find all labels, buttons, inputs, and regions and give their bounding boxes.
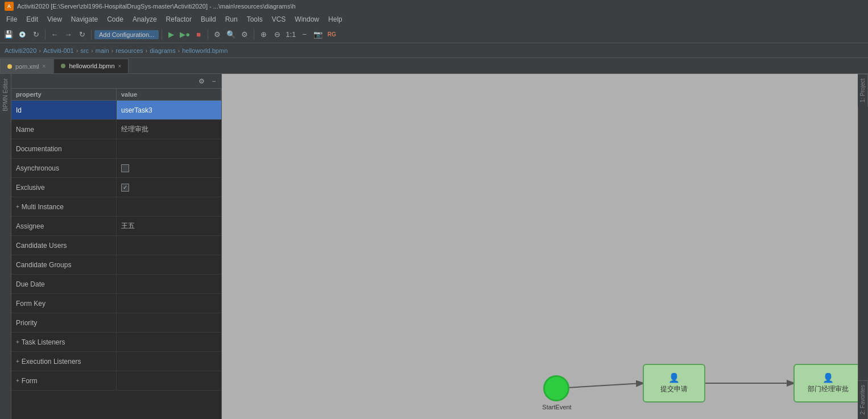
- toolbar-zoom-out-btn[interactable]: ⊖: [271, 28, 283, 41]
- bpmn-task-1[interactable]: 👤 提交申请: [643, 364, 705, 403]
- prop-row-execution-listeners[interactable]: + Execution Listeners: [11, 352, 221, 371]
- toolbar-zoom-fit-btn[interactable]: −: [298, 28, 311, 41]
- start-event[interactable]: [543, 375, 569, 401]
- task1-label: 提交申请: [660, 384, 688, 394]
- menu-view[interactable]: View: [43, 14, 66, 24]
- prop-name-execution-listeners: + Execution Listeners: [11, 352, 117, 371]
- menu-analyze[interactable]: Analyze: [129, 14, 161, 24]
- menu-tools[interactable]: Tools: [243, 14, 267, 24]
- prop-header: property value: [11, 89, 221, 101]
- prop-value-due-date[interactable]: [117, 275, 221, 293]
- menubar: File Edit View Navigate Code Analyze Ref…: [0, 13, 868, 26]
- prop-value-candidate-groups[interactable]: [117, 255, 221, 274]
- toolbar-refresh-btn[interactable]: ↻: [30, 28, 42, 41]
- prop-row-priority[interactable]: Priority: [11, 313, 221, 333]
- prop-row-assignee[interactable]: Assignee 王五: [11, 217, 221, 236]
- toolbar-debug-btn[interactable]: ▶●: [179, 28, 191, 41]
- menu-edit[interactable]: Edit: [22, 14, 42, 24]
- prop-value-candidate-users[interactable]: [117, 236, 221, 255]
- canvas-inner: StartEvent 👤 提交申请 👤 部门经理审批 👤 经理审批: [222, 74, 868, 419]
- toolbar: 💾 💿 ↻ ← → ↻ Add Configuration... ▶ ▶● ■ …: [0, 26, 868, 43]
- prop-value-multi-instance: [117, 197, 221, 216]
- prop-name-exclusive: Exclusive: [11, 178, 117, 197]
- toolbar-back-btn[interactable]: ←: [48, 28, 61, 41]
- menu-build[interactable]: Build: [197, 14, 220, 24]
- properties-settings-btn[interactable]: ⚙: [196, 76, 206, 86]
- prop-name-form-key: Form Key: [11, 294, 117, 313]
- toolbar-run-btn[interactable]: ▶: [165, 28, 177, 41]
- tab-helloworld-bpmn[interactable]: helloworld.bpmn ×: [53, 59, 129, 73]
- toolbar-save-btn[interactable]: 💾: [2, 28, 15, 41]
- prop-value-asynchronous[interactable]: [117, 159, 221, 177]
- tab-pom-xml[interactable]: pom.xml ×: [0, 59, 53, 73]
- canvas-area[interactable]: StartEvent 👤 提交申请 👤 部门经理审批 👤 经理审批: [222, 74, 868, 419]
- toolbar-search-btn[interactable]: 🔍: [225, 28, 237, 41]
- toolbar-build-btn[interactable]: ⚙: [211, 28, 224, 41]
- prop-header-col1: property: [11, 89, 117, 100]
- prop-value-priority[interactable]: [117, 313, 221, 332]
- prop-row-multi-instance[interactable]: + Multi Instance: [11, 197, 221, 217]
- breadcrumb-resources[interactable]: resources: [115, 47, 143, 54]
- toolbar-recent-btn[interactable]: ↻: [76, 28, 88, 41]
- prop-value-form: [117, 371, 221, 390]
- prop-row-exclusive[interactable]: Exclusive: [11, 178, 221, 197]
- prop-name-id: Id: [11, 101, 117, 119]
- prop-row-form-key[interactable]: Form Key: [11, 294, 221, 313]
- properties-toolbar: ⚙ −: [11, 74, 221, 89]
- prop-value-id[interactable]: userTask3: [117, 101, 221, 119]
- bpmn-task-2[interactable]: 👤 部门经理审批: [793, 364, 863, 403]
- prop-value-exclusive[interactable]: [117, 178, 221, 197]
- prop-row-id[interactable]: Id userTask3: [11, 101, 221, 120]
- prop-value-name[interactable]: 经理审批: [117, 120, 221, 139]
- prop-value-form-key[interactable]: [117, 294, 221, 313]
- prop-header-col2: value: [117, 89, 221, 100]
- tab-bpmn-close[interactable]: ×: [118, 63, 122, 69]
- prop-row-documentation[interactable]: Documentation: [11, 139, 221, 159]
- favorites-side-label[interactable]: 2: Favorites: [858, 380, 868, 419]
- prop-row-name[interactable]: Name 经理审批: [11, 120, 221, 139]
- asynchronous-checkbox[interactable]: [121, 164, 129, 172]
- menu-file[interactable]: File: [2, 14, 21, 24]
- menu-window[interactable]: Window: [291, 14, 323, 24]
- breadcrumb-src[interactable]: src: [80, 47, 89, 54]
- prop-name-multi-instance: + Multi Instance: [11, 197, 117, 216]
- menu-help[interactable]: Help: [324, 14, 346, 24]
- exclusive-checkbox[interactable]: [121, 184, 129, 192]
- toolbar-zoom-in-btn[interactable]: ⊕: [257, 28, 270, 41]
- prop-row-asynchronous[interactable]: Asynchronous: [11, 159, 221, 178]
- menu-vcs[interactable]: VCS: [268, 14, 290, 24]
- toolbar-rg-btn[interactable]: RG: [325, 28, 338, 41]
- toolbar-camera-btn[interactable]: 📷: [312, 28, 324, 41]
- toolbar-sep-1: [45, 30, 46, 40]
- prop-value-assignee[interactable]: 王五: [117, 217, 221, 235]
- prop-name-assignee: Assignee: [11, 217, 117, 235]
- toolbar-zoom-reset-btn[interactable]: 1:1: [284, 28, 297, 41]
- prop-value-documentation[interactable]: [117, 139, 221, 158]
- prop-row-due-date[interactable]: Due Date: [11, 275, 221, 294]
- menu-refactor[interactable]: Refactor: [162, 14, 196, 24]
- tab-pom-close[interactable]: ×: [43, 63, 46, 69]
- toolbar-sep-5: [254, 30, 254, 40]
- toolbar-forward-btn[interactable]: →: [62, 28, 75, 41]
- breadcrumb-root[interactable]: Activiti2020: [5, 47, 36, 54]
- prop-row-form[interactable]: + Form: [11, 371, 221, 391]
- toolbar-stop-btn[interactable]: ■: [192, 28, 205, 41]
- project-side-label[interactable]: 1: Project: [858, 74, 868, 107]
- prop-row-candidate-groups[interactable]: Candidate Groups: [11, 255, 221, 275]
- prop-row-candidate-users[interactable]: Candidate Users: [11, 236, 221, 255]
- toolbar-settings-btn[interactable]: ⚙: [238, 28, 251, 41]
- task2-label: 部门经理审批: [808, 384, 849, 394]
- add-configuration-button[interactable]: Add Configuration...: [94, 30, 159, 39]
- toolbar-sep-4: [208, 30, 208, 40]
- properties-minimize-btn[interactable]: −: [209, 76, 219, 86]
- menu-code[interactable]: Code: [103, 14, 127, 24]
- breadcrumb-main[interactable]: main: [96, 47, 109, 54]
- prop-name-task-listeners: + Task Listeners: [11, 333, 117, 351]
- toolbar-save-all-btn[interactable]: 💿: [16, 28, 28, 41]
- prop-row-task-listeners[interactable]: + Task Listeners: [11, 333, 221, 352]
- breadcrumb-diagrams[interactable]: diagrams: [150, 47, 175, 54]
- breadcrumb-file[interactable]: helloworld.bpmn: [182, 47, 228, 54]
- menu-run[interactable]: Run: [221, 14, 242, 24]
- breadcrumb-activiti[interactable]: Activiti-001: [43, 47, 74, 54]
- menu-navigate[interactable]: Navigate: [67, 14, 102, 24]
